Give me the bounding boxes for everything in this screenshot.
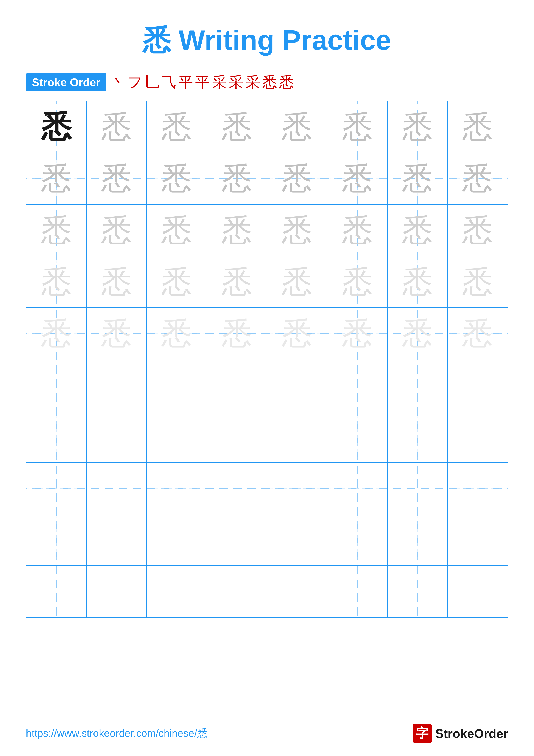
grid-cell[interactable]: 悉 [147,101,207,153]
grid-cell[interactable]: 悉 [387,308,447,359]
practice-char: 悉 [41,112,71,142]
grid-cell[interactable]: 悉 [26,308,87,359]
grid-cell[interactable]: 悉 [207,256,267,308]
grid-cell[interactable]: 悉 [26,204,87,256]
grid-cell[interactable] [207,463,267,514]
grid-cell[interactable]: 悉 [387,204,447,256]
grid-cell[interactable]: 悉 [26,256,87,308]
grid-cell[interactable]: 悉 [327,204,387,256]
grid-cell[interactable]: 悉 [387,256,447,308]
grid-cell[interactable] [147,566,207,617]
practice-char: 悉 [402,267,433,297]
grid-cell[interactable]: 悉 [147,256,207,308]
grid-cell[interactable] [447,463,508,514]
grid-cell[interactable]: 悉 [147,153,207,204]
grid-cell[interactable]: 悉 [87,256,146,308]
grid-cell[interactable] [447,514,508,566]
grid-cell[interactable]: 悉 [447,153,508,204]
grid-cell[interactable] [26,463,87,514]
grid-cell[interactable] [26,411,87,463]
grid-cell[interactable]: 悉 [26,101,87,153]
grid-cell[interactable]: 悉 [87,308,146,359]
grid-cell[interactable] [327,566,387,617]
grid-cell[interactable] [447,359,508,411]
grid-cell[interactable] [26,359,87,411]
grid-cell[interactable] [327,411,387,463]
grid-cell[interactable] [87,359,146,411]
grid-cell[interactable]: 悉 [447,101,508,153]
grid-cell[interactable] [447,411,508,463]
footer-logo-icon: 字 [413,724,432,743]
grid-cell[interactable]: 悉 [327,153,387,204]
practice-char: 悉 [463,318,493,348]
grid-cell[interactable]: 悉 [447,308,508,359]
practice-char: 悉 [342,318,372,348]
practice-char: 悉 [342,112,372,142]
grid-cell[interactable] [26,566,87,617]
grid-cell[interactable]: 悉 [387,101,447,153]
grid-cell[interactable] [267,463,327,514]
grid-cell[interactable] [87,411,146,463]
practice-char: 悉 [101,215,132,245]
grid-cell[interactable] [267,514,327,566]
practice-char: 悉 [402,318,433,348]
grid-cell[interactable] [327,514,387,566]
grid-cell[interactable]: 悉 [87,101,146,153]
grid-cell[interactable]: 悉 [267,153,327,204]
grid-cell[interactable]: 悉 [26,153,87,204]
grid-cell[interactable] [207,411,267,463]
grid-cell[interactable]: 悉 [267,204,327,256]
grid-cell[interactable]: 悉 [267,256,327,308]
grid-cell[interactable] [147,411,207,463]
grid-cell[interactable] [267,359,327,411]
practice-char: 悉 [162,112,192,142]
stroke-4: ⺄ [162,72,176,92]
grid-cell[interactable] [267,566,327,617]
grid-cell[interactable]: 悉 [267,308,327,359]
grid-cell[interactable] [267,411,327,463]
grid-cell[interactable] [387,566,447,617]
grid-cell[interactable] [387,411,447,463]
grid-cell[interactable] [387,514,447,566]
grid-cell[interactable]: 悉 [207,101,267,153]
grid-cell[interactable]: 悉 [207,204,267,256]
grid-cell[interactable] [387,359,447,411]
grid-cell[interactable] [207,359,267,411]
grid-cell[interactable]: 悉 [387,153,447,204]
practice-char: 悉 [342,215,372,245]
grid-cell[interactable] [87,514,146,566]
grid-cell[interactable] [87,566,146,617]
grid-cell[interactable] [26,514,87,566]
stroke-7: 采 [212,72,227,92]
grid-cell[interactable]: 悉 [207,308,267,359]
grid-cell[interactable] [327,359,387,411]
grid-cell[interactable] [207,566,267,617]
grid-cell[interactable]: 悉 [87,204,146,256]
grid-cell[interactable]: 悉 [447,204,508,256]
grid-cell[interactable]: 悉 [207,153,267,204]
grid-cell[interactable] [147,514,207,566]
grid-cell[interactable] [147,463,207,514]
stroke-order-badge: Stroke Order [26,73,106,92]
practice-char: 悉 [282,112,312,142]
practice-char: 悉 [162,163,192,194]
writing-grid[interactable]: 悉悉悉悉悉悉悉悉悉悉悉悉悉悉悉悉悉悉悉悉悉悉悉悉悉悉悉悉悉悉悉悉悉悉悉悉悉悉悉悉 [26,101,508,618]
grid-cell[interactable] [147,359,207,411]
practice-char: 悉 [222,112,252,142]
grid-cell[interactable] [207,514,267,566]
practice-char: 悉 [282,163,312,194]
grid-cell[interactable]: 悉 [87,153,146,204]
grid-cell[interactable] [447,566,508,617]
grid-cell[interactable]: 悉 [327,308,387,359]
grid-cell[interactable]: 悉 [147,308,207,359]
grid-cell[interactable]: 悉 [267,101,327,153]
footer-logo: 字 StrokeOrder [413,724,508,743]
stroke-3: ⺃ [145,72,159,92]
grid-cell[interactable]: 悉 [327,256,387,308]
grid-cell[interactable]: 悉 [147,204,207,256]
grid-cell[interactable]: 悉 [327,101,387,153]
grid-cell[interactable] [387,463,447,514]
grid-cell[interactable]: 悉 [447,256,508,308]
grid-cell[interactable] [327,463,387,514]
grid-cell[interactable] [87,463,146,514]
